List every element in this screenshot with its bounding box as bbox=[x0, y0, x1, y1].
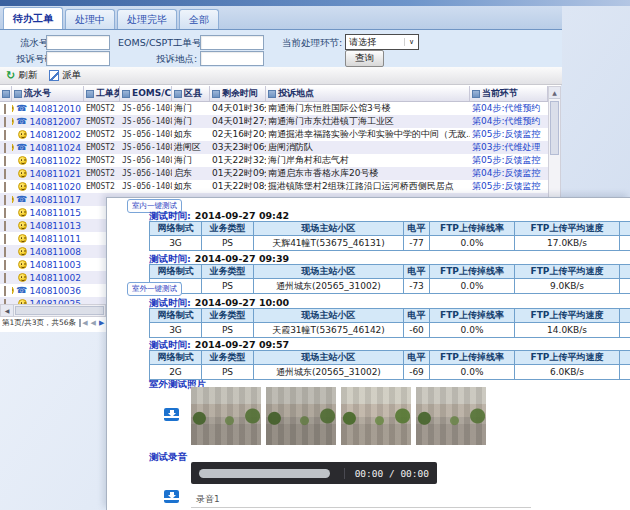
vertical-scroll-thumb[interactable] bbox=[550, 101, 559, 155]
serial-link[interactable]: 140812002 bbox=[29, 130, 81, 140]
column-header-4[interactable]: 区县 bbox=[172, 86, 210, 101]
dispatch-label: 派单 bbox=[62, 69, 81, 82]
first-page-icon[interactable]: ◀ bbox=[79, 319, 87, 327]
scroll-left-icon[interactable]: ◀ bbox=[1, 305, 14, 316]
serial-link[interactable]: 140811008 bbox=[29, 247, 81, 257]
serial-link[interactable]: 140811021 bbox=[29, 169, 81, 179]
step-cell[interactable]: 第04步:反馈监控 bbox=[470, 167, 548, 180]
table-row[interactable]: 140811021EMOST2JS-056-140811-150启东01天22时… bbox=[0, 167, 548, 180]
dispatch-button[interactable]: 派单 bbox=[49, 69, 81, 82]
test-photo-thumbnail[interactable] bbox=[266, 387, 336, 445]
serial-cell: 140812002 bbox=[12, 130, 84, 140]
phone-icon[interactable]: ☎ bbox=[16, 286, 27, 295]
next-page-icon[interactable]: ▶ bbox=[99, 319, 104, 327]
eoms-filter-input[interactable] bbox=[200, 35, 264, 50]
serial-link[interactable]: 140812010 bbox=[29, 104, 81, 114]
scroll-up-icon[interactable]: ▲ bbox=[549, 87, 560, 99]
test-photo-thumbnail[interactable] bbox=[416, 387, 486, 445]
column-header-6[interactable]: 投诉地点 bbox=[266, 86, 470, 101]
table-row[interactable]: 140812002EMOST2JS-056-140811-291如东02天16时… bbox=[0, 128, 548, 141]
step-cell[interactable]: 第04步:代维预约 bbox=[470, 102, 548, 115]
test-table-header-cell: FT bbox=[620, 265, 630, 279]
serial-link[interactable]: 140811002 bbox=[29, 273, 81, 283]
serial-link[interactable]: 140811013 bbox=[29, 221, 81, 231]
smiley-icon[interactable] bbox=[18, 130, 27, 139]
phone-icon[interactable]: ☎ bbox=[16, 195, 27, 204]
tab-4[interactable]: 全部 bbox=[179, 9, 219, 29]
test-table-header-cell: 业务类型 bbox=[202, 222, 254, 236]
query-button[interactable]: 查询 bbox=[345, 50, 384, 67]
serial-link[interactable]: 140810036 bbox=[29, 286, 81, 296]
location-filter-input[interactable] bbox=[200, 51, 264, 66]
table-row[interactable]: ☎140811024EMOST2JS-056-140803-344港闸区03天2… bbox=[0, 141, 548, 154]
serial-link[interactable]: 140811011 bbox=[29, 234, 81, 244]
smiley-icon[interactable] bbox=[18, 156, 27, 165]
tab-3[interactable]: 处理完毕 bbox=[117, 9, 177, 29]
tab-1[interactable]: 待办工单 bbox=[3, 7, 63, 29]
test-table-data-cell: 天霞31幢T(53675_46142) bbox=[254, 323, 404, 337]
serial-link[interactable]: 140811020 bbox=[29, 182, 81, 192]
column-header-2[interactable]: 工单类型 bbox=[84, 86, 120, 101]
table-row[interactable]: ☎140812010EMOST2JS-056-140812-7海门04天01时3… bbox=[0, 102, 548, 115]
smiley-icon[interactable] bbox=[18, 247, 27, 256]
download-photos-icon[interactable] bbox=[164, 408, 179, 421]
tab-2[interactable]: 处理中 bbox=[65, 9, 115, 29]
type-cell: EMOST2 bbox=[84, 104, 120, 113]
doc-icon bbox=[4, 195, 6, 205]
serial-link[interactable]: 140811015 bbox=[29, 208, 81, 218]
refresh-button[interactable]: ↻ 刷新 bbox=[6, 69, 37, 82]
test-table-header-row: 网络制式业务类型现场主站小区电平FTP上传掉线率FTP上传平均速度FT bbox=[150, 265, 630, 279]
test-table-data-cell: 0.0% bbox=[430, 236, 515, 250]
column-header-label: 工单类型 bbox=[96, 87, 120, 100]
smiley-icon[interactable] bbox=[18, 234, 27, 243]
step-cell[interactable]: 第05步:反馈监控 bbox=[470, 180, 548, 193]
serial-link[interactable]: 140812007 bbox=[29, 117, 81, 127]
test-table-data-cell: 2G bbox=[150, 365, 202, 379]
phone-icon[interactable]: ☎ bbox=[16, 104, 27, 113]
remaining-time-cell: 01天22时08分 bbox=[210, 180, 266, 193]
prev-page-icon[interactable]: ◀ bbox=[91, 319, 96, 327]
step-cell[interactable]: 第04步:代维预约 bbox=[470, 115, 548, 128]
column-header-1[interactable]: 流水号 bbox=[12, 86, 84, 101]
smiley-icon[interactable] bbox=[12, 286, 14, 295]
audio-player[interactable]: 00:00 / 00:00 bbox=[191, 462, 437, 484]
column-header-7[interactable]: 当前环节 bbox=[470, 86, 548, 101]
smiley-icon[interactable] bbox=[12, 195, 14, 204]
serial-filter-input[interactable] bbox=[46, 35, 110, 50]
column-header-3[interactable]: EOMS/CSPT工单号 bbox=[120, 86, 172, 101]
outdoor-test-button[interactable]: 室外一键测试 bbox=[127, 282, 182, 296]
smiley-icon[interactable] bbox=[18, 182, 27, 191]
table-row[interactable]: 140811020EMOST2JS-056-140811-160如东01天22时… bbox=[0, 180, 548, 193]
smiley-icon[interactable] bbox=[18, 273, 27, 282]
column-header-5[interactable]: 剩余时间 bbox=[210, 86, 266, 101]
step-cell[interactable]: 第03步:代维处理 bbox=[470, 141, 548, 154]
serial-link[interactable]: 140811024 bbox=[29, 143, 81, 153]
phone-icon[interactable]: ☎ bbox=[16, 117, 27, 126]
serial-link[interactable]: 140811017 bbox=[29, 195, 81, 205]
serial-link[interactable]: 140811022 bbox=[29, 156, 81, 166]
step-cell[interactable]: 第05步:反馈监控 bbox=[470, 128, 548, 141]
test-photo-thumbnail[interactable] bbox=[341, 387, 411, 445]
smiley-icon[interactable] bbox=[18, 169, 27, 178]
smiley-icon[interactable] bbox=[12, 104, 14, 113]
smiley-icon[interactable] bbox=[18, 260, 27, 269]
horizontal-scrollbar[interactable]: ◀ bbox=[0, 304, 106, 317]
serial-cell: ☎140812010 bbox=[12, 104, 84, 114]
test-photo-thumbnail[interactable] bbox=[191, 387, 261, 445]
download-audio-icon[interactable] bbox=[164, 490, 179, 503]
step-select[interactable]: 请选择 ∨ bbox=[345, 34, 419, 50]
smiley-icon[interactable] bbox=[12, 117, 14, 126]
table-row[interactable]: 140811022EMOST2JS-056-140811-248海门01天22时… bbox=[0, 154, 548, 167]
serial-link[interactable]: 140811003 bbox=[29, 260, 81, 270]
test-table-data-cell bbox=[620, 236, 630, 250]
smiley-icon[interactable] bbox=[12, 143, 14, 152]
phone-filter-input[interactable] bbox=[46, 51, 110, 66]
smiley-icon[interactable] bbox=[18, 221, 27, 230]
horizontal-scroll-thumb[interactable] bbox=[15, 306, 104, 315]
table-row[interactable]: ☎140812007EMOST2JS-056-140811-422海门04天01… bbox=[0, 115, 548, 128]
test-table-data-cell: 17.0KB/s bbox=[515, 236, 620, 250]
smiley-icon[interactable] bbox=[18, 208, 27, 217]
audio-progress-track[interactable] bbox=[199, 469, 330, 478]
phone-icon[interactable]: ☎ bbox=[16, 143, 27, 152]
step-cell[interactable]: 第05步:反馈监控 bbox=[470, 154, 548, 167]
